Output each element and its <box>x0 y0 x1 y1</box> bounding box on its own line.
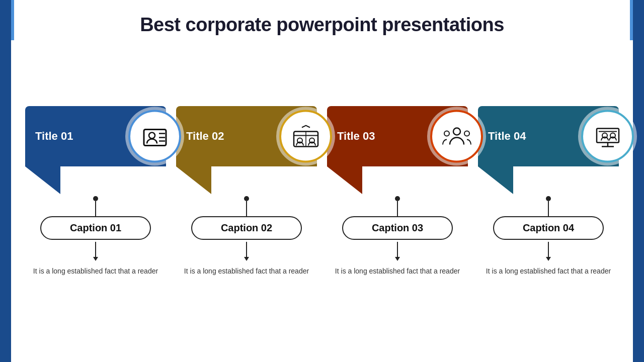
card-2-desc: It is a long established fact that a rea… <box>184 266 309 277</box>
side-accent-right <box>630 0 633 40</box>
card-1-desc: It is a long established fact that a rea… <box>33 266 158 277</box>
card-2: Title 02 <box>176 106 317 277</box>
card-4-line-bottom <box>548 242 549 257</box>
card-1-arrow <box>93 257 98 261</box>
card-1: Title 01 Caption 01 <box>25 106 166 277</box>
card-3-banner: Title 03 <box>327 106 468 166</box>
side-accent-left <box>11 0 14 40</box>
id-card-icon <box>140 121 170 151</box>
card-2-line-bottom <box>246 242 247 257</box>
card-4-dot <box>546 196 551 201</box>
card-2-banner: Title 02 <box>176 106 317 166</box>
card-4-arrow <box>546 257 551 261</box>
side-bar-right <box>633 0 644 362</box>
card-2-title: Title 02 <box>186 130 224 143</box>
card-3-title: Title 03 <box>337 130 375 143</box>
svg-point-11 <box>444 131 449 136</box>
card-3-line <box>397 201 398 216</box>
card-2-connector-bottom <box>244 242 249 261</box>
card-4-line <box>548 201 549 216</box>
card-1-banner-wrapper: Title 01 <box>25 106 166 194</box>
card-4-connector-bottom <box>546 242 551 261</box>
svg-point-1 <box>149 132 155 138</box>
card-1-line-bottom <box>95 242 96 257</box>
meeting-icon <box>291 121 321 151</box>
card-3-triangle <box>327 166 362 194</box>
card-2-icon-circle <box>279 110 332 163</box>
card-2-connector <box>244 196 249 216</box>
card-4-icon-circle <box>581 110 634 163</box>
card-3: Title 03 Caption 03 <box>327 106 468 277</box>
card-1-connector <box>93 196 98 216</box>
card-1-connector-bottom <box>93 242 98 261</box>
team-icon <box>442 121 472 151</box>
card-2-line <box>246 201 247 216</box>
card-2-dot <box>244 196 249 201</box>
card-4-desc: It is a long established fact that a rea… <box>486 266 611 277</box>
card-2-triangle <box>176 166 211 194</box>
card-4-connector <box>546 196 551 216</box>
svg-point-10 <box>453 128 460 135</box>
card-3-connector-bottom <box>395 242 400 261</box>
card-3-connector <box>395 196 400 216</box>
presentation-icon <box>593 121 623 151</box>
card-3-caption: Caption 03 <box>342 216 453 240</box>
card-1-icon-circle <box>128 110 181 163</box>
card-1-dot <box>93 196 98 201</box>
cards-container: Title 01 Caption 01 <box>0 106 644 277</box>
page-title: Best corporate powerpoint presentations <box>0 0 644 36</box>
card-2-caption: Caption 02 <box>191 216 302 240</box>
card-3-desc: It is a long established fact that a rea… <box>335 266 460 277</box>
card-3-arrow <box>395 257 400 261</box>
card-1-line <box>95 201 96 216</box>
card-4-banner: Title 04 <box>478 106 619 166</box>
card-1-banner: Title 01 <box>25 106 166 166</box>
card-2-banner-wrapper: Title 02 <box>176 106 317 194</box>
card-1-caption: Caption 01 <box>40 216 151 240</box>
side-bar-left <box>0 0 11 362</box>
card-1-title: Title 01 <box>35 130 73 143</box>
card-1-triangle <box>25 166 60 194</box>
card-2-arrow <box>244 257 249 261</box>
card-3-icon-circle <box>430 110 483 163</box>
card-3-dot <box>395 196 400 201</box>
svg-point-12 <box>464 131 469 136</box>
card-3-banner-wrapper: Title 03 <box>327 106 468 194</box>
card-4-banner-wrapper: Title 04 <box>478 106 619 194</box>
card-3-line-bottom <box>397 242 398 257</box>
card-4-title: Title 04 <box>488 130 526 143</box>
card-4: Title 04 <box>478 106 619 277</box>
card-4-triangle <box>478 166 513 194</box>
card-4-caption: Caption 04 <box>493 216 604 240</box>
